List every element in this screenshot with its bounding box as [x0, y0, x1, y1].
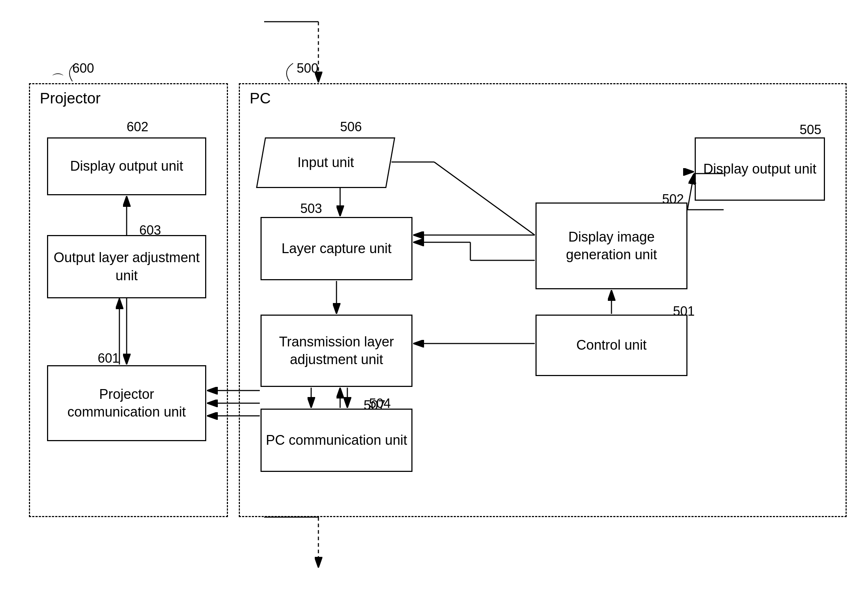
output-layer-adjustment: Output layer adjustment unit: [47, 235, 206, 298]
transmission-layer: Transmission layer adjustment unit: [261, 315, 412, 387]
ref-505: 505: [800, 122, 821, 137]
ref-602: 602: [127, 119, 148, 135]
ref-601: 601: [98, 351, 119, 366]
pc-label: PC: [250, 90, 271, 107]
ref-504: 504: [369, 396, 391, 411]
layer-capture: Layer capture unit: [261, 217, 412, 280]
projector-communication: Projector communication unit: [47, 365, 206, 441]
display-output-pc: Display output unit: [695, 137, 825, 201]
ref-503: 503: [300, 201, 322, 216]
control-unit: Control unit: [536, 315, 688, 376]
ref-500-bracket: [253, 56, 326, 85]
projector-label: Projector: [40, 90, 101, 107]
ref-600-bracket: [36, 56, 109, 85]
ref-501: 501: [673, 304, 695, 319]
ref-603: 603: [139, 223, 161, 238]
ref-502: 502: [662, 192, 684, 207]
ref-506: 506: [340, 119, 362, 135]
diagram: Projector PC 600 ⌒ 500 Display output un…: [0, 0, 868, 597]
input-unit: Input unit: [256, 137, 396, 188]
display-image-gen: Display image generation unit: [536, 202, 688, 289]
pc-communication: PC communication unit: [261, 408, 412, 472]
display-output-projector: Display output unit: [47, 137, 206, 195]
